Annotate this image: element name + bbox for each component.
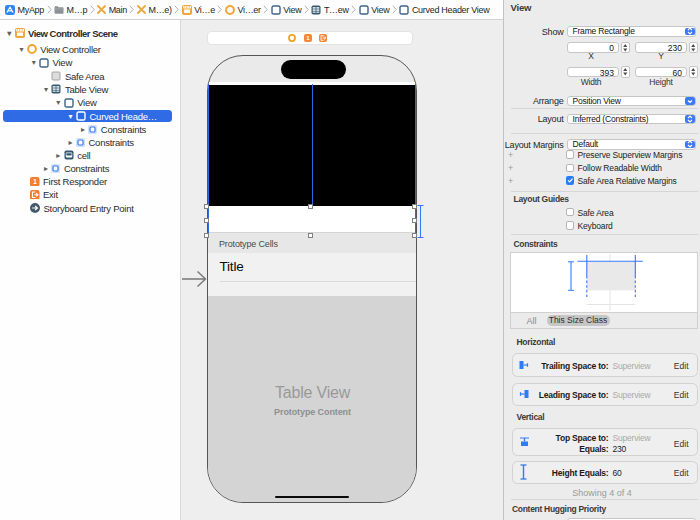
svg-text:1: 1 xyxy=(33,178,37,186)
